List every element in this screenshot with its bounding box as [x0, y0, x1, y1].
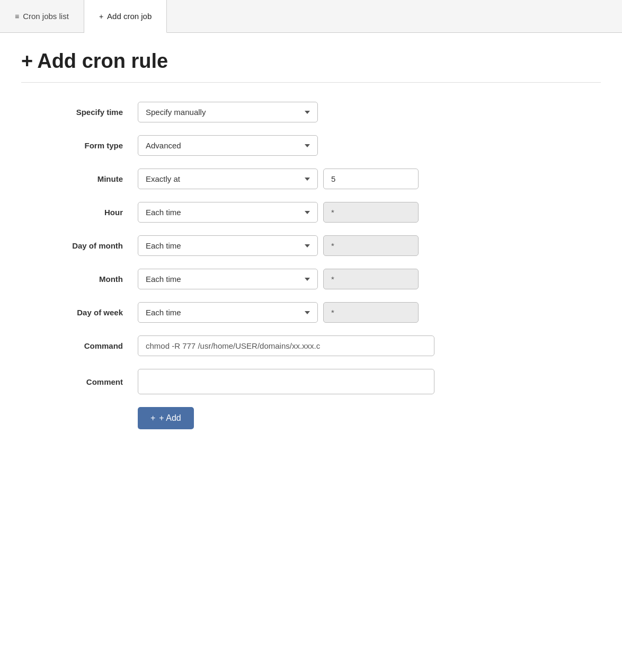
minute-input[interactable]	[323, 169, 419, 189]
day-of-month-select[interactable]: Each time Exactly at Every N days Range	[138, 235, 318, 256]
plus-tab-icon: +	[99, 12, 103, 21]
cron-rule-form: Specify time Specify manually Every minu…	[21, 102, 601, 429]
month-select[interactable]: Each time Exactly at Every N months Rang…	[138, 269, 318, 289]
specify-time-control: Specify manually Every minute Every hour…	[138, 102, 601, 122]
day-of-week-row: Day of week Each time Exactly at Every N…	[21, 302, 601, 323]
form-type-control: Advanced Simple	[138, 135, 601, 156]
specify-time-label: Specify time	[21, 108, 138, 117]
hour-control: Each time Exactly at Every N hours Range	[138, 202, 601, 223]
tab-cron-jobs-list-label: Cron jobs list	[23, 12, 69, 21]
command-input[interactable]	[138, 335, 434, 356]
day-of-week-label: Day of week	[21, 308, 138, 317]
specify-time-row: Specify time Specify manually Every minu…	[21, 102, 601, 122]
title-divider	[21, 82, 601, 83]
hour-row: Hour Each time Exactly at Every N hours …	[21, 202, 601, 223]
title-text: Add cron rule	[37, 50, 168, 73]
form-type-select[interactable]: Advanced Simple	[138, 135, 318, 156]
tab-cron-jobs-list[interactable]: ≡ Cron jobs list	[0, 0, 84, 32]
hour-label: Hour	[21, 208, 138, 217]
command-control	[138, 335, 601, 356]
day-of-month-row: Day of month Each time Exactly at Every …	[21, 235, 601, 256]
add-button-label: + Add	[159, 413, 181, 423]
title-plus-icon: +	[21, 50, 33, 73]
month-control: Each time Exactly at Every N months Rang…	[138, 269, 601, 289]
minute-label: Minute	[21, 174, 138, 183]
month-row: Month Each time Exactly at Every N month…	[21, 269, 601, 289]
comment-row: Comment	[21, 369, 601, 394]
add-button[interactable]: + + Add	[138, 407, 194, 429]
page-title: + Add cron rule	[21, 50, 601, 73]
day-of-week-control: Each time Exactly at Every N days Range	[138, 302, 601, 323]
tabs-bar: ≡ Cron jobs list + Add cron job	[0, 0, 622, 33]
day-of-week-input	[323, 302, 419, 323]
day-of-month-control: Each time Exactly at Every N days Range	[138, 235, 601, 256]
command-row: Command	[21, 335, 601, 356]
list-icon: ≡	[15, 12, 19, 21]
comment-input[interactable]	[138, 369, 434, 394]
month-input	[323, 269, 419, 289]
specify-time-select[interactable]: Specify manually Every minute Every hour…	[138, 102, 318, 122]
day-of-month-label: Day of month	[21, 241, 138, 250]
tab-add-cron-job[interactable]: + Add cron job	[84, 0, 167, 33]
month-label: Month	[21, 275, 138, 284]
form-type-label: Form type	[21, 141, 138, 150]
hour-select[interactable]: Each time Exactly at Every N hours Range	[138, 202, 318, 223]
day-of-month-input	[323, 235, 419, 256]
page-content: + Add cron rule Specify time Specify man…	[0, 33, 622, 461]
submit-area: + + Add	[138, 407, 601, 429]
minute-row: Minute Exactly at Each time Every N minu…	[21, 169, 601, 189]
tab-add-cron-job-label: Add cron job	[107, 12, 152, 21]
command-label: Command	[21, 341, 138, 350]
minute-control: Exactly at Each time Every N minutes Ran…	[138, 169, 601, 189]
form-type-row: Form type Advanced Simple	[21, 135, 601, 156]
comment-label: Comment	[21, 377, 138, 386]
day-of-week-select[interactable]: Each time Exactly at Every N days Range	[138, 302, 318, 323]
hour-input	[323, 202, 419, 223]
minute-select[interactable]: Exactly at Each time Every N minutes Ran…	[138, 169, 318, 189]
add-button-icon: +	[150, 413, 155, 423]
comment-control	[138, 369, 601, 394]
